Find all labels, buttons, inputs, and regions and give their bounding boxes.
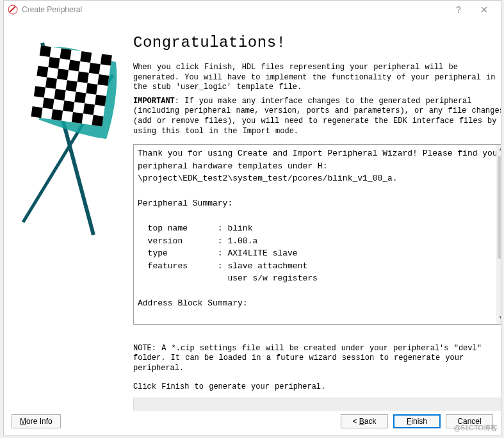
svg-rect-20 — [74, 92, 86, 103]
cancel-button[interactable]: Cancel — [446, 414, 493, 428]
note-text: NOTE: A *.cip settings file will be crea… — [133, 344, 501, 374]
heading: Congratulations! — [133, 34, 501, 51]
svg-rect-22 — [42, 97, 54, 109]
svg-rect-15 — [45, 77, 57, 89]
svg-rect-28 — [92, 115, 103, 126]
svg-rect-8 — [48, 57, 60, 69]
content-area: Congratulations! When you click Finish, … — [133, 24, 501, 410]
titlebar: Create Peripheral ? — [4, 1, 501, 19]
dialog-window: Create Peripheral ? — [3, 0, 501, 435]
close-button[interactable] — [471, 2, 497, 17]
intro-text-b: template file. — [231, 83, 302, 92]
intro-code: 'user_logic' — [176, 83, 231, 92]
scroll-down-icon[interactable]: ▼ — [496, 314, 501, 324]
svg-rect-5 — [60, 48, 71, 60]
progress-bar — [133, 398, 501, 410]
svg-rect-23 — [63, 101, 74, 112]
more-info-button[interactable]: More Info — [12, 414, 61, 428]
svg-rect-16 — [66, 80, 77, 92]
wizard-graphic — [12, 24, 133, 410]
svg-rect-10 — [89, 63, 101, 74]
summary-content: Thank you for using Create and Import Pe… — [138, 149, 501, 324]
finish-button[interactable]: Finish — [393, 414, 441, 428]
important-label: IMPORTANT — [133, 97, 175, 106]
svg-rect-27 — [72, 112, 83, 124]
svg-rect-12 — [57, 69, 69, 80]
svg-rect-13 — [77, 72, 89, 83]
svg-rect-24 — [83, 103, 95, 115]
svg-rect-6 — [80, 51, 92, 63]
scroll-up-icon[interactable]: ▲ — [496, 145, 501, 155]
scroll-thumb[interactable] — [498, 156, 501, 259]
dialog-body: Congratulations! When you click Finish, … — [4, 19, 501, 410]
app-icon — [8, 4, 18, 15]
svg-rect-14 — [97, 74, 109, 86]
more-info-label: ore Info — [26, 417, 53, 426]
note-area: NOTE: A *.cip settings file will be crea… — [133, 344, 501, 410]
svg-rect-19 — [54, 89, 66, 101]
click-finish-text: Click Finish to generate your peripheral… — [133, 382, 501, 393]
svg-rect-4 — [40, 45, 51, 57]
window-title: Create Peripheral — [22, 5, 446, 14]
important-text: : If you make any interface changes to t… — [133, 97, 501, 136]
svg-rect-9 — [69, 60, 80, 72]
svg-rect-11 — [37, 66, 48, 77]
important-paragraph: IMPORTANT: If you make any interface cha… — [133, 97, 501, 136]
summary-textbox[interactable]: Thank you for using Create and Import Pe… — [133, 144, 501, 324]
button-row: More Info < Back Finish Cancel — [4, 410, 501, 435]
svg-rect-7 — [101, 54, 112, 65]
back-button[interactable]: < Back — [341, 414, 388, 428]
help-button[interactable]: ? — [446, 2, 471, 17]
svg-rect-18 — [34, 86, 45, 97]
svg-rect-25 — [31, 106, 42, 118]
scrollbar[interactable]: ▲ ▼ — [496, 145, 501, 323]
svg-rect-21 — [95, 95, 106, 106]
svg-rect-26 — [51, 110, 63, 121]
intro-paragraph: When you click Finish, HDL files represe… — [133, 63, 501, 93]
svg-rect-17 — [86, 83, 97, 95]
